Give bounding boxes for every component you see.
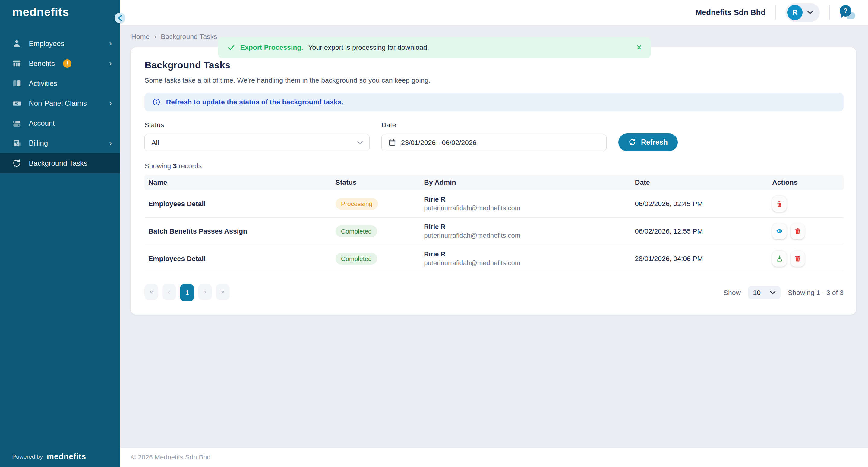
filters-row: Status All Date 23/01/2026 - 06/0	[145, 121, 844, 151]
breadcrumb-current: Background Tasks	[161, 33, 217, 41]
records-summary: Showing 3 records	[145, 162, 844, 170]
table-row: Employees Detail Processing Ririe R pute…	[145, 190, 844, 218]
delete-button[interactable]	[772, 196, 786, 212]
person-icon	[12, 39, 22, 48]
success-alert: Export Processing. Your export is proces…	[218, 37, 651, 58]
sidebar-item-label: Non-Panel Claims	[29, 99, 87, 107]
calendar-icon	[388, 139, 396, 146]
pagination: « ‹ 1 › » Show 10 Showing 1 - 3 of 3	[145, 284, 844, 301]
admin-cell: Ririe R puterinurrafidah@mednefits.com	[424, 196, 635, 212]
info-banner-text: Refresh to update the status of the back…	[166, 98, 343, 106]
sidebar-item-activities[interactable]: Activities	[0, 73, 120, 93]
date-field: Date 23/01/2026 - 06/02/2026	[370, 121, 607, 151]
task-name: Employees Detail	[145, 200, 335, 208]
book-icon	[12, 79, 22, 88]
status-cell: Processing	[336, 198, 424, 210]
show-label: Show	[723, 289, 741, 297]
column-header-name: Name	[145, 178, 335, 187]
page-size-value: 10	[753, 289, 761, 297]
download-button[interactable]	[772, 251, 786, 267]
task-date: 06/02/2026, 12:55 PM	[635, 227, 772, 235]
avatar: R	[787, 5, 803, 20]
task-name: Batch Benefits Passes Assign	[145, 227, 335, 235]
column-header-status: Status	[336, 178, 424, 187]
breadcrumb-separator: ›	[154, 33, 156, 41]
column-header-date: Date	[635, 178, 772, 187]
sidebar-item-background-tasks[interactable]: Background Tasks	[0, 153, 120, 173]
table-row: Batch Benefits Passes Assign Completed R…	[145, 218, 844, 245]
benefits-alert-badge: !	[63, 59, 71, 68]
check-icon	[227, 43, 236, 52]
first-page-button[interactable]: «	[145, 284, 158, 300]
chevron-right-icon: ›	[109, 60, 112, 67]
refresh-button[interactable]: Refresh	[618, 133, 678, 151]
admin-email: puterinurrafidah@mednefits.com	[424, 259, 635, 267]
background-tasks-card: Background Tasks Some tasks take a bit o…	[130, 47, 856, 314]
topbar: Mednefits Sdn Bhd R ?	[120, 0, 868, 25]
page-title: Background Tasks	[145, 60, 844, 71]
admin-cell: Ririe R puterinurrafidah@mednefits.com	[424, 223, 635, 240]
sidebar-item-account[interactable]: Account	[0, 113, 120, 133]
refresh-cycle-icon	[12, 159, 22, 168]
refresh-button-label: Refresh	[641, 138, 668, 146]
alert-title: Export Processing.	[240, 43, 303, 52]
date-range-input[interactable]: 23/01/2026 - 06/02/2026	[381, 134, 607, 151]
page-1-button[interactable]: 1	[180, 284, 194, 301]
status-cell: Completed	[336, 225, 424, 237]
status-badge: Processing	[336, 198, 378, 210]
sidebar-item-label: Activities	[29, 79, 57, 88]
tasks-table: Name Status By Admin Date Actions Employ…	[145, 175, 844, 272]
sidebar-item-benefits[interactable]: Benefits ! ›	[0, 54, 120, 73]
receipt-icon: $	[12, 139, 22, 148]
column-header-actions: Actions	[772, 178, 844, 187]
page-subtitle: Some tasks take a bit of time. We’re han…	[145, 76, 844, 85]
trash-icon	[776, 200, 783, 208]
date-label: Date	[381, 121, 607, 129]
company-name: Mednefits Sdn Bhd	[695, 8, 766, 17]
divider	[829, 5, 830, 20]
next-page-button[interactable]: ›	[198, 284, 212, 300]
sidebar-item-non-panel-claims[interactable]: Non-Panel Claims ›	[0, 93, 120, 113]
info-banner: Refresh to update the status of the back…	[145, 93, 844, 111]
page-size-select[interactable]: 10	[748, 286, 781, 299]
status-badge: Completed	[336, 253, 377, 265]
status-field: Status All	[145, 121, 370, 151]
view-button[interactable]	[772, 223, 786, 239]
chevron-right-icon: ›	[109, 99, 112, 107]
eye-icon	[776, 228, 783, 235]
info-icon	[152, 98, 161, 106]
sidebar-item-label: Employees	[29, 39, 64, 48]
admin-email: puterinurrafidah@mednefits.com	[424, 232, 635, 239]
chevron-down-icon	[807, 10, 813, 14]
trash-icon	[794, 255, 801, 262]
last-page-button[interactable]: »	[216, 284, 230, 300]
page-footer: © 2026 Mednefits Sdn Bhd	[120, 448, 868, 467]
task-date: 28/01/2026, 04:06 PM	[635, 255, 772, 263]
prev-page-button[interactable]: ‹	[162, 284, 176, 300]
page-buttons: « ‹ 1 › »	[145, 284, 230, 301]
range-text: Showing 1 - 3 of 3	[788, 289, 844, 297]
page-size-controls: Show 10 Showing 1 - 3 of 3	[723, 286, 844, 299]
sidebar-item-employees[interactable]: Employees ›	[0, 34, 120, 54]
close-icon[interactable]: ✕	[636, 44, 642, 51]
status-cell: Completed	[336, 253, 424, 265]
svg-text:$: $	[16, 142, 18, 146]
table-header: Name Status By Admin Date Actions	[145, 175, 844, 190]
breadcrumb-home[interactable]: Home	[131, 33, 150, 41]
admin-name: Ririe R	[424, 223, 635, 231]
sidebar-item-label: Background Tasks	[29, 159, 87, 168]
main-content: Home › Background Tasks Export Processin…	[120, 25, 868, 448]
actions-cell	[772, 196, 844, 212]
user-menu[interactable]: R	[785, 3, 820, 22]
mednefits-footer-logo: mednefits	[47, 452, 86, 461]
sidebar-collapse-button[interactable]	[115, 13, 125, 23]
status-select[interactable]: All	[145, 134, 370, 151]
status-label: Status	[145, 121, 370, 129]
admin-email: puterinurrafidah@mednefits.com	[424, 204, 635, 212]
sidebar-item-billing[interactable]: $ Billing ›	[0, 133, 120, 153]
help-button[interactable]: ?	[840, 5, 855, 20]
delete-button[interactable]	[790, 251, 805, 267]
alert-message: Your export is processing for download.	[308, 43, 429, 52]
sidebar-item-label: Account	[29, 119, 55, 128]
delete-button[interactable]	[790, 223, 805, 239]
